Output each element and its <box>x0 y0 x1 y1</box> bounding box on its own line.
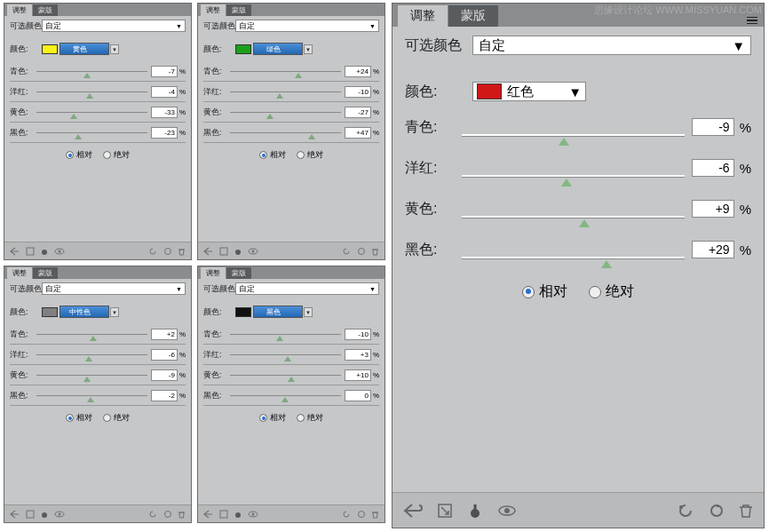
slider-track[interactable] <box>230 350 341 359</box>
slider-thumb[interactable] <box>308 134 315 139</box>
eye-icon[interactable] <box>54 248 65 255</box>
slider-thumb[interactable] <box>86 93 93 99</box>
reset-icon[interactable] <box>709 503 725 519</box>
preset-select[interactable]: 自定▼ <box>472 36 751 55</box>
relative-radio[interactable]: 相对 <box>259 149 286 161</box>
slider-thumb[interactable] <box>70 114 77 119</box>
color-select[interactable]: 红色 ▼ <box>472 82 586 101</box>
slider-track[interactable] <box>36 350 147 359</box>
slider-value-input[interactable]: -33 <box>151 107 178 118</box>
slider-value-input[interactable]: -23 <box>151 127 178 139</box>
tab-masks[interactable]: 蒙版 <box>33 267 58 279</box>
expand-icon[interactable] <box>26 247 35 256</box>
slider-thumb[interactable] <box>75 134 82 139</box>
expand-icon[interactable] <box>26 510 35 519</box>
previous-state-icon[interactable] <box>677 503 694 519</box>
absolute-radio[interactable]: 绝对 <box>589 282 634 301</box>
tab-masks[interactable]: 蒙版 <box>226 267 251 279</box>
slider-value-input[interactable]: +10 <box>345 369 371 381</box>
trash-icon[interactable] <box>371 247 379 256</box>
slider-value-input[interactable]: -9 <box>692 118 734 136</box>
color-select[interactable]: 绿色▼ <box>253 43 303 55</box>
back-arrow-icon[interactable] <box>203 247 214 256</box>
trash-icon[interactable] <box>178 510 186 519</box>
slider-thumb[interactable] <box>90 336 97 341</box>
trash-icon[interactable] <box>178 247 186 256</box>
slider-value-input[interactable]: +2 <box>151 329 178 340</box>
eye-icon[interactable] <box>54 511 65 518</box>
back-arrow-icon[interactable] <box>203 510 214 519</box>
reset-icon[interactable] <box>163 510 172 519</box>
slider-thumb[interactable] <box>284 356 291 361</box>
clip-icon[interactable] <box>234 247 242 256</box>
slider-track[interactable] <box>36 128 147 137</box>
slider-thumb[interactable] <box>579 219 590 227</box>
reset-icon[interactable] <box>357 510 366 519</box>
trash-icon[interactable] <box>739 503 753 519</box>
slider-track[interactable] <box>230 391 341 400</box>
eye-icon[interactable] <box>248 511 258 518</box>
eye-icon[interactable] <box>248 248 258 255</box>
color-select[interactable]: 黑色▼ <box>253 306 303 318</box>
slider-value-input[interactable]: -6 <box>692 159 734 177</box>
slider-value-input[interactable]: +29 <box>692 241 734 258</box>
previous-state-icon[interactable] <box>148 247 158 256</box>
slider-value-input[interactable]: -4 <box>151 86 178 98</box>
slider-thumb[interactable] <box>87 397 94 402</box>
slider-track[interactable] <box>36 87 147 96</box>
slider-track[interactable] <box>230 370 341 379</box>
trash-icon[interactable] <box>371 510 379 519</box>
relative-radio[interactable]: 相对 <box>66 149 92 161</box>
slider-value-input[interactable]: -9 <box>151 369 178 381</box>
slider-value-input[interactable]: -10 <box>345 86 371 98</box>
preset-select[interactable]: 自定▼ <box>235 20 379 32</box>
clip-icon[interactable] <box>40 510 49 519</box>
slider-track[interactable] <box>36 107 147 116</box>
slider-track[interactable] <box>230 87 341 96</box>
slider-thumb[interactable] <box>295 73 302 78</box>
relative-radio[interactable]: 相对 <box>66 412 92 424</box>
slider-value-input[interactable]: -2 <box>151 390 178 401</box>
back-arrow-icon[interactable] <box>10 247 20 256</box>
tab-adjustments[interactable]: 调整 <box>201 4 226 16</box>
slider-value-input[interactable]: +24 <box>345 66 371 77</box>
back-arrow-icon[interactable] <box>403 503 423 519</box>
slider-track[interactable] <box>36 370 147 379</box>
reset-icon[interactable] <box>357 247 366 256</box>
slider-thumb[interactable] <box>601 260 612 268</box>
tab-adjustments[interactable]: 调整 <box>398 5 448 27</box>
slider-value-input[interactable]: +9 <box>692 200 734 218</box>
previous-state-icon[interactable] <box>148 510 158 519</box>
slider-track[interactable] <box>462 159 685 177</box>
relative-radio[interactable]: 相对 <box>522 282 567 301</box>
slider-thumb[interactable] <box>266 114 274 119</box>
slider-track[interactable] <box>230 107 341 116</box>
clip-icon[interactable] <box>467 503 483 519</box>
tab-adjustments[interactable]: 调整 <box>7 267 32 279</box>
relative-radio[interactable]: 相对 <box>259 412 286 424</box>
reset-icon[interactable] <box>163 247 172 256</box>
slider-track[interactable] <box>36 391 147 400</box>
previous-state-icon[interactable] <box>342 510 352 519</box>
clip-icon[interactable] <box>234 510 242 519</box>
slider-thumb[interactable] <box>559 138 569 146</box>
tab-adjustments[interactable]: 调整 <box>201 267 226 279</box>
slider-value-input[interactable]: -10 <box>345 329 371 340</box>
slider-track[interactable] <box>230 67 341 75</box>
slider-value-input[interactable]: +47 <box>345 127 371 139</box>
absolute-radio[interactable]: 绝对 <box>297 149 323 161</box>
tab-masks[interactable]: 蒙版 <box>33 4 58 16</box>
slider-track[interactable] <box>462 118 685 136</box>
slider-value-input[interactable]: -6 <box>151 349 178 361</box>
slider-thumb[interactable] <box>276 93 283 99</box>
slider-track[interactable] <box>462 241 685 258</box>
slider-value-input[interactable]: 0 <box>345 390 371 401</box>
slider-thumb[interactable] <box>276 336 283 341</box>
slider-value-input[interactable]: -27 <box>345 107 371 118</box>
slider-track[interactable] <box>230 128 341 137</box>
slider-track[interactable] <box>230 330 341 338</box>
slider-value-input[interactable]: +3 <box>345 349 371 361</box>
slider-track[interactable] <box>462 200 685 218</box>
expand-icon[interactable] <box>219 510 228 519</box>
absolute-radio[interactable]: 绝对 <box>103 412 130 424</box>
